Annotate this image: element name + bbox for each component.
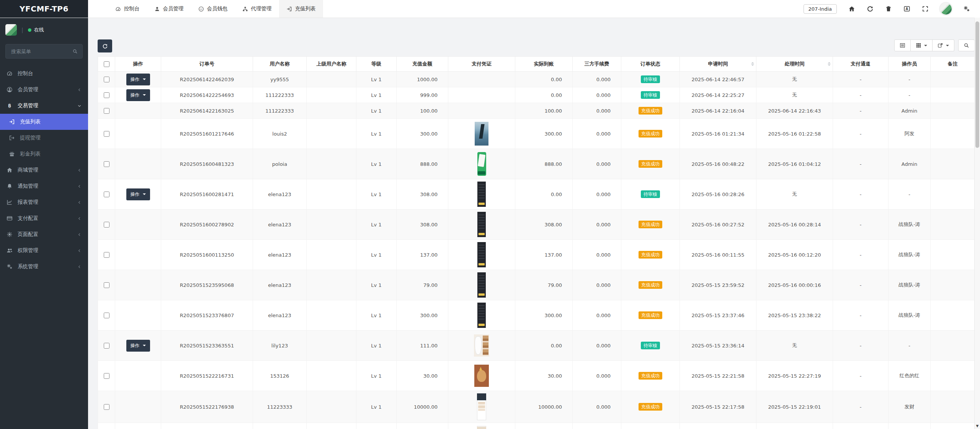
tab-member-mgmt[interactable]: 会员管理 (147, 0, 191, 18)
column-header-process_time[interactable]: 处理时间 (756, 57, 833, 72)
gears-icon (963, 5, 970, 12)
payment-voucher-image[interactable] (477, 272, 486, 298)
row-action-button[interactable]: 操作 (126, 89, 150, 101)
menu-search-input[interactable] (10, 48, 72, 55)
sort-icon[interactable] (828, 62, 831, 66)
status-badge: 充值成功 (639, 160, 662, 168)
row-checkbox[interactable] (104, 161, 109, 167)
row-checkbox[interactable] (104, 373, 109, 379)
sidebar-toggle-button[interactable] (88, 0, 108, 18)
user-avatar[interactable] (5, 24, 17, 36)
tab-label: 会员钱包 (207, 5, 228, 12)
region-selector-button[interactable]: 207-India (804, 4, 837, 14)
tab-dashboard[interactable]: 控制台 (108, 0, 147, 18)
row-action-button[interactable]: 操作 (126, 340, 150, 352)
user-avatar[interactable] (940, 3, 952, 15)
sidebar-item-recharge-list[interactable]: 充值列表 (0, 114, 88, 130)
sidebar-item-bonus-list[interactable]: 彩金列表 (0, 146, 88, 162)
cell-remark (931, 87, 975, 103)
row-checkbox[interactable] (104, 343, 109, 349)
row-checkbox[interactable] (104, 108, 109, 114)
sidebar-item-pay-config[interactable]: 支付配置 (0, 210, 88, 226)
select-all-checkbox[interactable] (104, 61, 109, 67)
payment-voucher-image[interactable] (475, 122, 488, 146)
row-checkbox[interactable] (104, 92, 109, 98)
export-button[interactable] (933, 39, 954, 51)
column-label: 实际到账 (534, 61, 554, 67)
cell-process-time: 2025-05-16 01:04:12 (756, 149, 833, 179)
cell-fee: 0.000 (573, 149, 621, 179)
cell-amount: 137.00 (397, 240, 448, 270)
row-checkbox[interactable] (104, 77, 109, 82)
row-action-button[interactable]: 操作 (126, 74, 150, 85)
cell-channel: - (833, 179, 889, 210)
cell-level: Lv 1 (356, 270, 397, 300)
scrollbar-thumb[interactable] (975, 21, 979, 148)
vertical-scrollbar[interactable]: ▼ (974, 18, 980, 429)
tab-recharge-list[interactable]: 充值列表 (279, 0, 323, 18)
sidebar-item-notice-mgmt[interactable]: 通知管理 (0, 178, 88, 194)
cell-channel: - (833, 240, 889, 270)
topbar-fullscreen-button[interactable] (922, 5, 929, 12)
status-badge: 充值成功 (639, 130, 662, 138)
topbar-settings-button[interactable] (963, 5, 970, 12)
row-checkbox[interactable] (104, 404, 109, 410)
topbar-right: 207-India A (804, 0, 980, 18)
tab-member-wallet[interactable]: cc会员钱包 (191, 0, 235, 18)
topbar-trash-button[interactable] (885, 5, 892, 12)
cell-status: 充值成功 (621, 103, 680, 119)
sidebar-item-trade-mgmt[interactable]: B交易管理 (0, 98, 88, 114)
payment-voucher-image[interactable] (477, 242, 486, 267)
topbar-refresh-button[interactable] (867, 5, 874, 12)
payment-voucher-image[interactable] (477, 426, 486, 429)
cell-status: 待审核 (621, 72, 680, 87)
cell-level: Lv 1 (356, 103, 397, 119)
topbar-home-button[interactable] (848, 5, 855, 12)
sidebar-item-system-mgmt[interactable]: 系统管理 (0, 259, 88, 275)
sidebar-item-member-mgmt[interactable]: 会员管理 (0, 82, 88, 98)
sidebar-item-label: 支付配置 (18, 215, 38, 222)
payment-voucher-image[interactable] (477, 393, 486, 420)
cell-apply-time: 2025-05-16 00:11:55 (680, 240, 756, 270)
scrollbar-down-arrow-icon[interactable]: ▼ (975, 424, 980, 428)
cell-parent (307, 240, 356, 270)
cell-voucher (448, 391, 515, 423)
payment-voucher-image[interactable] (477, 182, 486, 207)
cell-order-no: R2025061422462039 (161, 72, 253, 87)
cell-fee: 0.000 (573, 391, 621, 423)
status-badge: 待审核 (641, 75, 660, 83)
topbar-language-button[interactable]: A (903, 5, 910, 12)
grid-view-button[interactable] (911, 39, 933, 51)
tab-agent-mgmt[interactable]: 代理管理 (235, 0, 279, 18)
row-action-button[interactable]: 操作 (126, 188, 150, 200)
row-checkbox[interactable] (104, 192, 109, 197)
row-checkbox[interactable] (104, 313, 109, 318)
chevron-left-icon (77, 265, 82, 269)
sidebar-item-withdraw-mgmt[interactable]: 提现管理 (0, 130, 88, 146)
column-header-apply_time[interactable]: 申请时间 (680, 57, 756, 72)
cell-apply-time: 2025-05-15 22:21:58 (680, 361, 756, 391)
sidebar-item-mall-mgmt[interactable]: 商城管理 (0, 162, 88, 178)
payment-voucher-image[interactable] (474, 365, 489, 387)
table-search-button[interactable] (958, 39, 975, 51)
sidebar-item-page-config[interactable]: 页面配置 (0, 226, 88, 242)
list-view-button[interactable] (894, 39, 911, 51)
sidebar-item-dashboard[interactable]: 控制台 (0, 65, 88, 82)
sidebar-item-perm-mgmt[interactable]: 权限管理 (0, 242, 88, 259)
action-label: 操作 (131, 92, 140, 98)
row-checkbox[interactable] (104, 222, 109, 228)
sort-icon[interactable] (751, 62, 754, 66)
sidebar-item-report-mgmt[interactable]: 报表管理 (0, 194, 88, 210)
row-checkbox[interactable] (104, 282, 109, 288)
payment-voucher-image[interactable] (477, 152, 486, 176)
column-label: 充值金额 (412, 61, 432, 67)
row-checkbox[interactable] (104, 131, 109, 137)
cell-remark (931, 240, 975, 270)
payment-voucher-image[interactable] (474, 334, 489, 357)
row-checkbox[interactable] (104, 252, 109, 258)
cell-level: Lv 1 (356, 240, 397, 270)
payment-voucher-image[interactable] (477, 303, 486, 328)
payment-voucher-image[interactable] (477, 212, 486, 237)
refresh-table-button[interactable] (98, 39, 112, 52)
action-label: 操作 (131, 342, 140, 349)
